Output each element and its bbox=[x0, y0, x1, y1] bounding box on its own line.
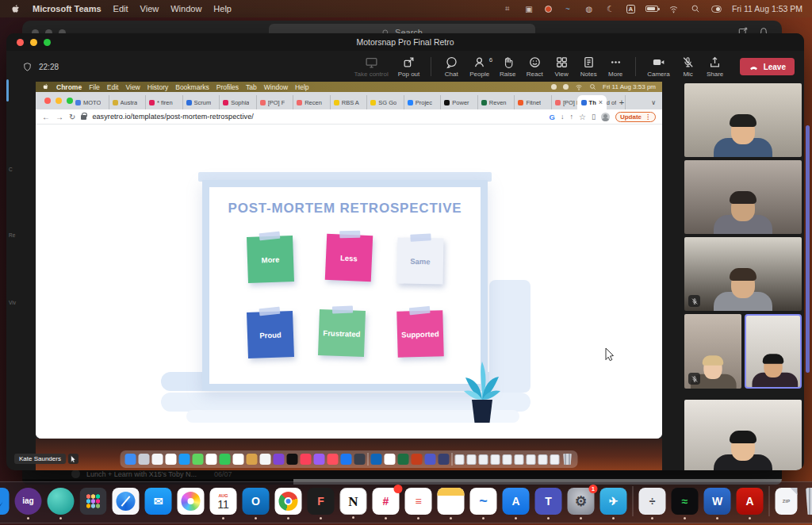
toolbar-button[interactable]: Notes bbox=[575, 56, 602, 78]
dock-icon-acrobat[interactable]: A bbox=[737, 488, 764, 515]
presenter-dock bbox=[121, 450, 578, 468]
tab-favicon bbox=[75, 100, 81, 105]
participant-video-4[interactable] bbox=[684, 314, 741, 389]
google-icon: G bbox=[550, 113, 555, 121]
toolbar-button[interactable]: Raise bbox=[494, 56, 521, 78]
leave-button[interactable]: Leave bbox=[740, 58, 795, 75]
spotlight-search-icon[interactable] bbox=[690, 3, 701, 14]
dock-icon-appstore[interactable]: A bbox=[503, 488, 530, 515]
toolbar-button[interactable]: Chat bbox=[438, 56, 465, 78]
dock-icon-reminders[interactable]: ≡ bbox=[405, 488, 432, 515]
participants-scrollbar[interactable] bbox=[806, 125, 810, 373]
dock-icon-mail[interactable]: ✉ bbox=[145, 488, 172, 515]
dock-icon-chrome[interactable] bbox=[275, 488, 302, 515]
menu-item[interactable]: Window bbox=[170, 4, 201, 13]
dock-icon-safari[interactable] bbox=[113, 488, 140, 515]
menu-clock[interactable]: Fri 11 Aug 1:53 PM bbox=[732, 4, 802, 13]
dock-icon-wave[interactable]: ~ bbox=[470, 488, 497, 515]
menu-app-name[interactable]: Microsoft Teams bbox=[33, 4, 102, 13]
chrome-tab-strip: MOTO Austra * firen bbox=[36, 92, 662, 109]
dock-icon-activity-monitor[interactable]: ≈ bbox=[672, 488, 699, 515]
tab-label: SG Go bbox=[378, 99, 396, 106]
wifi-icon[interactable] bbox=[668, 3, 680, 14]
toolbar-button[interactable]: View bbox=[548, 56, 575, 78]
zoom-window-button[interactable] bbox=[44, 39, 51, 46]
dock-icon-notion[interactable]: N bbox=[340, 488, 367, 515]
dock-icon-settings[interactable]: 1 ⚙ bbox=[568, 488, 595, 515]
tab-favicon bbox=[260, 100, 266, 105]
toolbar-button[interactable]: Pop out bbox=[393, 56, 425, 78]
toolbar-button[interactable]: Mic bbox=[675, 56, 702, 78]
wave-app-icon[interactable]: ~ bbox=[562, 3, 573, 14]
background-text-fragment: Viv bbox=[9, 300, 16, 305]
grid-app-icon[interactable]: ▣ bbox=[523, 3, 534, 14]
count-badge: 6 bbox=[489, 56, 492, 63]
do-not-disturb-moon-icon[interactable]: ☾ bbox=[605, 3, 616, 14]
dock-icon-iag[interactable]: iag bbox=[15, 488, 42, 515]
recording-icon[interactable] bbox=[545, 6, 552, 13]
toolbar-button[interactable]: React bbox=[521, 56, 548, 78]
participant-video-5[interactable] bbox=[745, 314, 802, 389]
toolbar-button[interactable]: Take control bbox=[350, 56, 393, 78]
running-indicator bbox=[385, 517, 387, 519]
presenter-menu-item: Edit bbox=[107, 83, 119, 91]
dock-icon-zip-file[interactable]: ZIP bbox=[776, 488, 798, 515]
running-indicator bbox=[716, 517, 718, 519]
tab-label: Reven bbox=[489, 99, 507, 106]
dock-app-icon[interactable] bbox=[633, 486, 634, 516]
participant-figure bbox=[684, 194, 802, 234]
dock-icon-photos[interactable] bbox=[178, 488, 205, 515]
battery-icon[interactable] bbox=[645, 6, 658, 12]
sticky-note-label: Less bbox=[340, 253, 358, 262]
toolbar-button[interactable]: More bbox=[602, 56, 629, 78]
apple-menu-icon[interactable] bbox=[10, 3, 21, 14]
input-source-icon[interactable]: A bbox=[626, 5, 635, 13]
participant-video-6[interactable] bbox=[684, 400, 802, 470]
dock-icon-word[interactable]: W bbox=[704, 488, 731, 515]
menu-item[interactable]: Edit bbox=[113, 4, 128, 13]
presenter-dock-icon bbox=[368, 453, 369, 466]
pin-icon[interactable]: ⌗ bbox=[502, 3, 513, 14]
dock-app-icon[interactable] bbox=[769, 486, 770, 516]
dock-icon-telegram[interactable]: ✈ bbox=[600, 488, 627, 515]
dock-icon-teams[interactable]: T bbox=[535, 488, 562, 515]
close-window-button[interactable] bbox=[17, 39, 24, 46]
dock-icon-figma[interactable]: F bbox=[308, 488, 335, 515]
minimize-window-button[interactable] bbox=[30, 39, 37, 46]
dock-icon-notes[interactable] bbox=[438, 488, 465, 515]
toolbar-label: Notes bbox=[580, 71, 597, 78]
tab-favicon bbox=[555, 100, 561, 105]
dock-icon-finder[interactable] bbox=[0, 488, 10, 515]
sticky-note-label: Same bbox=[410, 256, 431, 265]
dock-icon-outlook[interactable]: O bbox=[243, 488, 270, 515]
sticky-note: Supported bbox=[396, 310, 443, 357]
tab-label: Sophia bbox=[231, 99, 249, 106]
presenter-dock-icon bbox=[287, 454, 298, 465]
screen-share-content[interactable]: Chrome FileEditViewHistoryBookmarksProfi… bbox=[36, 82, 662, 470]
sidebar-icon: ▯ bbox=[592, 113, 596, 121]
dock-icon-globalprotect[interactable] bbox=[48, 488, 75, 515]
presenter-dock-icon bbox=[220, 454, 231, 465]
dock-icon-slack[interactable]: # bbox=[373, 488, 400, 515]
presenter-apple-icon bbox=[42, 83, 49, 90]
presenter-dock-icon bbox=[301, 454, 312, 465]
toolbar-button[interactable]: Share bbox=[702, 56, 729, 78]
participant-video-3[interactable] bbox=[684, 237, 802, 311]
dock-icon-glyph: W bbox=[712, 496, 722, 507]
participant-video-2[interactable] bbox=[684, 160, 802, 234]
running-indicator bbox=[320, 517, 322, 519]
tab-label: Power bbox=[452, 99, 469, 106]
globe-icon[interactable]: ◍ bbox=[584, 3, 595, 14]
user-switch-icon[interactable] bbox=[711, 6, 722, 13]
dock-icon-launchpad[interactable] bbox=[80, 488, 107, 515]
menu-item[interactable]: View bbox=[140, 4, 159, 13]
presenter-dock-icon bbox=[452, 453, 453, 466]
toolbar-button[interactable]: 6 People bbox=[465, 56, 494, 78]
dock-icon-calculator[interactable]: ÷ bbox=[639, 488, 666, 515]
window-controls[interactable] bbox=[17, 39, 51, 46]
dock-icon-calendar[interactable]: AUG 11 bbox=[210, 488, 237, 515]
toolbar-button[interactable]: Camera bbox=[642, 56, 674, 78]
participant-video-1[interactable] bbox=[684, 83, 802, 157]
dock-icon-trash[interactable] bbox=[803, 488, 812, 515]
menu-item[interactable]: Help bbox=[213, 4, 232, 13]
